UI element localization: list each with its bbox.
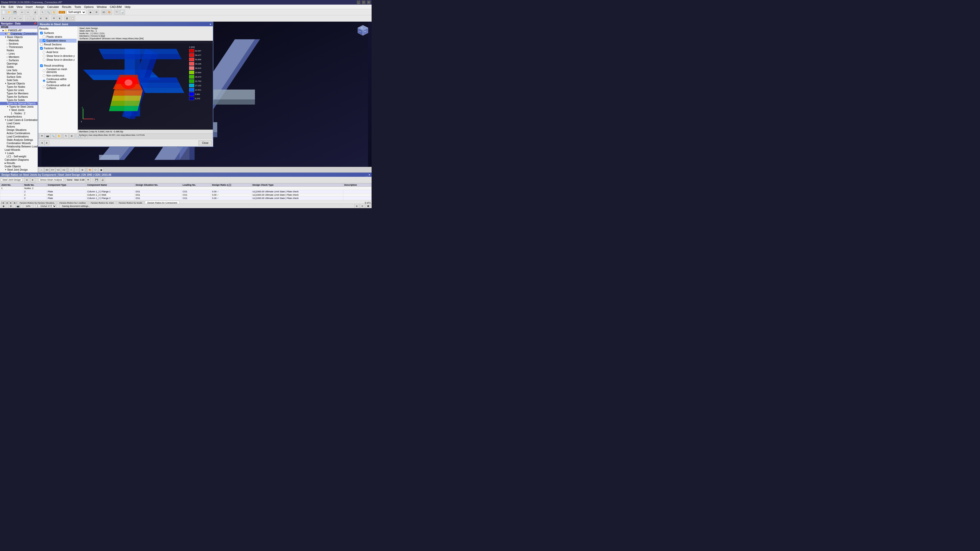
status-icon-2[interactable]: 🖥 <box>8 203 13 208</box>
menu-tools[interactable]: Tools <box>74 5 81 8</box>
open-button[interactable]: 📂 <box>6 10 12 15</box>
new-button[interactable]: 📄 <box>1 10 6 15</box>
plastic-strains-item[interactable]: Plastic strains <box>39 35 76 39</box>
status-right-2[interactable]: ⊖ <box>360 203 365 208</box>
nav-types-solids[interactable]: Types for Solids <box>0 98 38 102</box>
nav-nodes[interactable]: Nodes <box>0 49 38 52</box>
print-button[interactable]: 🖨 <box>33 10 38 15</box>
save-button[interactable]: 💾 <box>12 10 18 15</box>
bp-close[interactable]: × <box>369 173 370 176</box>
dialog-close-icon[interactable]: × <box>210 23 211 26</box>
constant-radio[interactable] <box>43 69 45 72</box>
result-sections-checkbox[interactable] <box>40 43 43 46</box>
dialog-pan-btn[interactable]: ✋ <box>56 133 61 138</box>
nav-solids[interactable]: Solids <box>0 65 38 68</box>
dialog-view-btn[interactable]: 👁 <box>39 133 45 138</box>
vp-fit-all[interactable]: ⊞ <box>80 167 85 172</box>
3d-view[interactable]: 3D <box>101 10 107 15</box>
nav-load-comb[interactable]: Load Combinations <box>0 135 38 138</box>
nav-actions[interactable]: Actions <box>0 125 38 128</box>
bp-export[interactable]: 💾 <box>94 177 99 183</box>
status-icon-3[interactable]: 📷 <box>15 203 21 208</box>
non-continuous-radio[interactable] <box>43 74 45 77</box>
bp-next[interactable]: ► <box>30 177 35 183</box>
table-row-3[interactable]: 2 Plate Column 1_2 | Flange 2 DS1 CO1 0.… <box>0 197 372 200</box>
vp-3d-btn[interactable]: 3D <box>45 167 49 172</box>
menu-edit[interactable]: Edit <box>9 5 14 8</box>
nav-model[interactable]: ▼ 📁 Craneway_Connection.rf6* <box>0 32 38 35</box>
nav-types-steel-joints[interactable]: ▼ Types for Steel Joints <box>0 105 38 108</box>
zoom-button[interactable]: 🔍 <box>46 10 51 15</box>
nav-special-objects[interactable]: ▼ Special Objects <box>0 82 38 85</box>
continuous-all-radio[interactable] <box>43 86 45 88</box>
equiv-stress-checkbox[interactable] <box>43 39 45 42</box>
navigator-pin[interactable]: 📌 <box>33 22 37 25</box>
nav-types-special-objects[interactable]: Types for Special Objects <box>0 102 38 105</box>
menu-help[interactable]: Help <box>125 5 130 8</box>
snap-button[interactable]: ⊕ <box>38 16 43 21</box>
nav-file[interactable]: ▶ 📁 FM6005.rf6* <box>0 29 38 32</box>
vp-solid[interactable]: ◼ <box>99 167 103 172</box>
vp-zoom-in[interactable]: + <box>68 167 74 172</box>
nav-guide-objects[interactable]: Guide Objects <box>0 165 38 168</box>
shear-y-radio[interactable] <box>43 55 45 57</box>
dialog-camera-btn[interactable]: 📷 <box>45 133 50 138</box>
undo-button[interactable]: ↩ <box>20 10 25 15</box>
vp-xz-btn[interactable]: XZ <box>61 167 66 172</box>
nav-rel-lc[interactable]: Relationship Between Load Cases <box>0 145 38 148</box>
shear-z-item[interactable]: Shear force in direction z <box>39 58 76 62</box>
surface-tool[interactable]: ▭ <box>18 16 23 21</box>
nav-load-cases[interactable]: ▼ Load Cases & Combinations <box>0 118 38 122</box>
nav-design-sit[interactable]: Design Situations <box>0 128 38 132</box>
nav-steel-joint-design[interactable]: ▼ Steel Joint Design <box>0 168 38 171</box>
grid-button[interactable]: ⊞ <box>44 16 49 21</box>
shear-z-radio[interactable] <box>43 59 45 61</box>
continuous-surfaces-item[interactable]: Continuous within surfaces <box>39 78 76 84</box>
nav-surface-sets[interactable]: Surface Sets <box>0 75 38 79</box>
fastener-members-item[interactable]: Fastener Members <box>39 46 76 50</box>
axial-force-radio[interactable] <box>43 51 45 53</box>
result-button[interactable]: 📊 <box>120 10 125 15</box>
minimize-button[interactable]: _ <box>357 0 360 4</box>
menu-cad-bim[interactable]: CAD-BIM <box>110 5 121 8</box>
bp-filter[interactable]: ▼ <box>86 177 91 183</box>
coordinate-system-select[interactable]: 1 - Global XYZ <box>36 204 57 208</box>
dialog-left-icon[interactable]: ◄ <box>39 140 45 145</box>
delete-button[interactable]: 🗑 <box>64 16 69 21</box>
lc-select[interactable]: Self-weight <box>67 10 86 14</box>
constant-item[interactable]: Constant on mesh elements <box>39 68 76 74</box>
nav-basic-objects[interactable]: ▼ Basic Objects <box>0 35 38 39</box>
surfaces-checkbox[interactable] <box>40 32 43 34</box>
bp-minimize[interactable]: _ <box>366 173 368 176</box>
menu-insert[interactable]: Insert <box>25 5 33 8</box>
viewport-nav-cube[interactable]: Top Front Right <box>355 23 371 38</box>
settings-button[interactable]: ⚙ <box>94 10 99 15</box>
nav-lc[interactable]: Load Cases <box>0 122 38 125</box>
menu-options[interactable]: Options <box>84 5 94 8</box>
axial-force-item[interactable]: Axial force <box>39 50 76 54</box>
dialog-rotate-btn[interactable]: ↻ <box>64 133 68 138</box>
nav-members[interactable]: ▷ Members <box>0 56 38 59</box>
table-row-2[interactable]: 2 Plate Column 1_2 | Web DS1 CO1 0.00 ✓ … <box>0 193 372 197</box>
nav-types-surfaces[interactable]: Types for Surfaces <box>0 95 38 98</box>
deform-button[interactable]: 〜 <box>115 10 119 15</box>
result-sections-item[interactable]: Result Sections <box>39 43 76 46</box>
nav-lines[interactable]: ▷ Lines <box>0 52 38 56</box>
plastic-strains-checkbox[interactable] <box>43 35 45 38</box>
dialog-fit-btn[interactable]: ⊞ <box>69 133 74 138</box>
dialog-zoom-btn[interactable]: 🔍 <box>51 133 56 138</box>
nav-types-members[interactable]: Types for Members <box>0 92 38 95</box>
menu-file[interactable]: File <box>1 5 6 8</box>
continuous-surfaces-radio[interactable] <box>43 79 45 82</box>
nav-steel-joint-1[interactable]: 1 - Nodes : 2 <box>0 112 38 115</box>
dialog-3d-viewport[interactable]: x z y σ [kN] 62.097 <box>78 41 213 130</box>
non-continuous-item[interactable]: Non-continuous <box>39 74 76 78</box>
nav-static-settings[interactable]: Static Analysis Settings <box>0 138 38 141</box>
fastener-checkbox[interactable] <box>40 47 43 49</box>
nav-imperfections[interactable]: ▶ Imperfections <box>0 115 38 118</box>
nav-action-comb[interactable]: Action Combinations <box>0 132 38 135</box>
result-smoothing-checkbox[interactable] <box>40 64 43 67</box>
window-controls[interactable]: _ □ × <box>357 0 371 4</box>
vp-xy-btn[interactable]: XY <box>50 167 55 172</box>
status-right-1[interactable]: ⊕ <box>354 203 360 208</box>
